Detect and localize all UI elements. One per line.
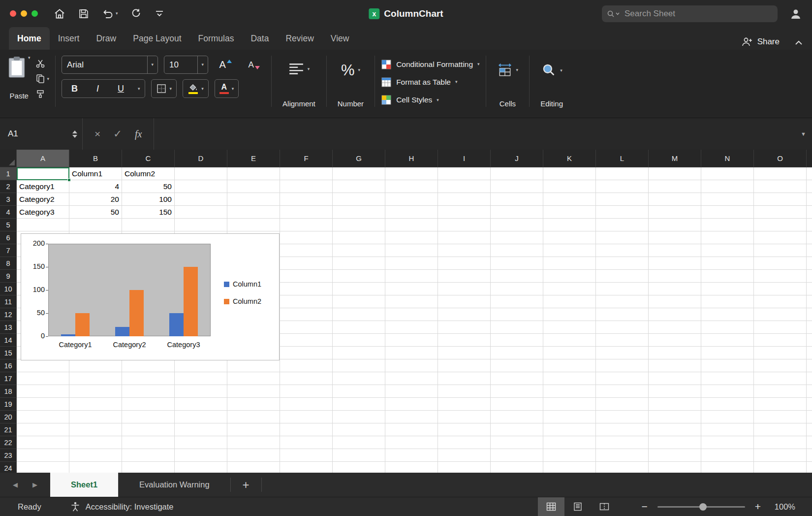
column-header-J[interactable]: J bbox=[491, 150, 543, 167]
cell-H19[interactable] bbox=[385, 398, 438, 411]
cell-D4[interactable] bbox=[175, 206, 227, 219]
cell-K11[interactable] bbox=[543, 295, 596, 308]
cell-C2[interactable]: 50 bbox=[122, 180, 175, 193]
cell-L18[interactable] bbox=[596, 385, 649, 398]
fullscreen-window-button[interactable] bbox=[31, 10, 38, 17]
column-header-N[interactable]: N bbox=[701, 150, 754, 167]
copy-button[interactable]: ▾ bbox=[35, 73, 50, 85]
cell-C1[interactable]: Column2 bbox=[122, 167, 175, 180]
cell-H17[interactable] bbox=[385, 372, 438, 385]
cell-M9[interactable] bbox=[649, 270, 701, 283]
cell-M22[interactable] bbox=[649, 436, 701, 449]
cell-H7[interactable] bbox=[385, 244, 438, 257]
row-header-10[interactable]: 10 bbox=[0, 283, 17, 295]
account-user-icon[interactable] bbox=[789, 8, 802, 20]
alignment-chevron-icon[interactable]: ▾ bbox=[308, 67, 310, 71]
cell-B22[interactable] bbox=[69, 436, 122, 449]
cell-F8[interactable] bbox=[280, 257, 333, 270]
cell-L6[interactable] bbox=[596, 231, 649, 244]
cell-D23[interactable] bbox=[175, 449, 227, 462]
alignment-group[interactable]: ▾ Alignment bbox=[278, 55, 320, 108]
cell-N14[interactable] bbox=[701, 334, 754, 347]
cell-F16[interactable] bbox=[280, 359, 333, 372]
row-header-12[interactable]: 12 bbox=[0, 308, 17, 321]
cell-K20[interactable] bbox=[543, 411, 596, 423]
cell-M21[interactable] bbox=[649, 423, 701, 436]
cell-M10[interactable] bbox=[649, 283, 701, 295]
cell-L14[interactable] bbox=[596, 334, 649, 347]
row-header-7[interactable]: 7 bbox=[0, 244, 17, 257]
cells-group[interactable]: ▾ Cells bbox=[492, 55, 524, 108]
cell-H9[interactable] bbox=[385, 270, 438, 283]
cell-K12[interactable] bbox=[543, 308, 596, 321]
cell-I19[interactable] bbox=[438, 398, 491, 411]
cell-B23[interactable] bbox=[69, 449, 122, 462]
name-box[interactable]: A1 bbox=[0, 118, 83, 150]
cell-O11[interactable] bbox=[754, 295, 807, 308]
cell-D2[interactable] bbox=[175, 180, 227, 193]
formula-input[interactable] bbox=[154, 118, 795, 150]
cell-K23[interactable] bbox=[543, 449, 596, 462]
format-as-table-button[interactable]: Format as Table ▾ bbox=[381, 74, 479, 90]
conditional-formatting-button[interactable]: Conditional Formatting ▾ bbox=[381, 57, 479, 72]
ribbon-tab-formulas[interactable]: Formulas bbox=[190, 27, 243, 50]
cell-G4[interactable] bbox=[333, 206, 385, 219]
cell-I11[interactable] bbox=[438, 295, 491, 308]
cell-D20[interactable] bbox=[175, 411, 227, 423]
cell-D19[interactable] bbox=[175, 398, 227, 411]
column-header-F[interactable]: F bbox=[280, 150, 333, 167]
confirm-entry-icon[interactable]: ✓ bbox=[113, 128, 122, 140]
cell-H4[interactable] bbox=[385, 206, 438, 219]
cell-B2[interactable]: 4 bbox=[69, 180, 122, 193]
font-color-button[interactable]: A ▾ bbox=[215, 80, 239, 97]
embedded-column-chart[interactable]: 050100150200Category1Category2Category3C… bbox=[21, 233, 280, 360]
cell-N6[interactable] bbox=[701, 231, 754, 244]
cell-E16[interactable] bbox=[227, 359, 280, 372]
cell-H3[interactable] bbox=[385, 193, 438, 206]
cell-O4[interactable] bbox=[754, 206, 807, 219]
cell-I23[interactable] bbox=[438, 449, 491, 462]
row-header-21[interactable]: 21 bbox=[0, 423, 17, 436]
cell-N9[interactable] bbox=[701, 270, 754, 283]
cell-E3[interactable] bbox=[227, 193, 280, 206]
cell-G8[interactable] bbox=[333, 257, 385, 270]
cell-A5[interactable] bbox=[17, 219, 69, 231]
cell-J9[interactable] bbox=[491, 270, 543, 283]
cell-K17[interactable] bbox=[543, 372, 596, 385]
cell-L16[interactable] bbox=[596, 359, 649, 372]
cell-B3[interactable]: 20 bbox=[69, 193, 122, 206]
cell-A3[interactable]: Category2 bbox=[17, 193, 69, 206]
row-header-20[interactable]: 20 bbox=[0, 411, 17, 423]
cell-O9[interactable] bbox=[754, 270, 807, 283]
cell-M20[interactable] bbox=[649, 411, 701, 423]
cell-O8[interactable] bbox=[754, 257, 807, 270]
cell-N2[interactable] bbox=[701, 180, 754, 193]
cell-L7[interactable] bbox=[596, 244, 649, 257]
normal-view-button[interactable] bbox=[538, 497, 564, 516]
cell-M3[interactable] bbox=[649, 193, 701, 206]
cell-I4[interactable] bbox=[438, 206, 491, 219]
cell-H20[interactable] bbox=[385, 411, 438, 423]
customize-toolbar-icon[interactable] bbox=[155, 9, 164, 18]
cell-J10[interactable] bbox=[491, 283, 543, 295]
cell-G24[interactable] bbox=[333, 462, 385, 473]
cell-L21[interactable] bbox=[596, 423, 649, 436]
cell-I6[interactable] bbox=[438, 231, 491, 244]
cell-G15[interactable] bbox=[333, 347, 385, 359]
cell-K13[interactable] bbox=[543, 321, 596, 334]
cell-H6[interactable] bbox=[385, 231, 438, 244]
cell-F17[interactable] bbox=[280, 372, 333, 385]
row-header-24[interactable]: 24 bbox=[0, 462, 17, 473]
home-icon[interactable] bbox=[54, 8, 65, 20]
cell-N11[interactable] bbox=[701, 295, 754, 308]
cell-B1[interactable]: Column1 bbox=[69, 167, 122, 180]
previous-sheet-icon[interactable]: ◀ bbox=[13, 481, 18, 488]
cell-H11[interactable] bbox=[385, 295, 438, 308]
cell-H14[interactable] bbox=[385, 334, 438, 347]
font-name-select[interactable]: Arial ▾ bbox=[62, 56, 158, 74]
cell-A24[interactable] bbox=[17, 462, 69, 473]
cell-F6[interactable] bbox=[280, 231, 333, 244]
cell-F9[interactable] bbox=[280, 270, 333, 283]
cell-L15[interactable] bbox=[596, 347, 649, 359]
cell-A1[interactable] bbox=[17, 167, 69, 180]
